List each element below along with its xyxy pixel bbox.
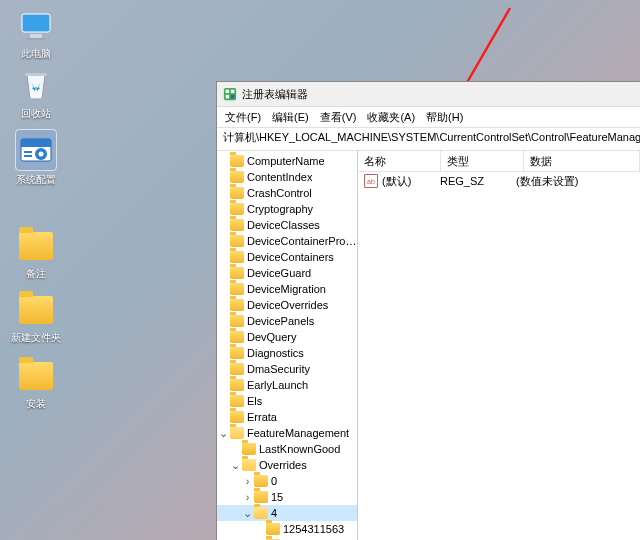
- tree-key[interactable]: DevQuery: [217, 329, 357, 345]
- menu-view[interactable]: 查看(V): [316, 109, 361, 126]
- tree-key[interactable]: ⌄Overrides: [217, 457, 357, 473]
- tree-key[interactable]: ⌄FeatureManagement: [217, 425, 357, 441]
- folder-icon: [230, 331, 244, 343]
- tree-key[interactable]: DeviceContainers: [217, 249, 357, 265]
- title-bar[interactable]: 注册表编辑器: [217, 82, 640, 107]
- tree-key[interactable]: 1254311563: [217, 521, 357, 537]
- desktop-icon-recycle-bin[interactable]: 回收站: [6, 68, 66, 121]
- address-bar[interactable]: 计算机\HKEY_LOCAL_MACHINE\SYSTEM\CurrentCon…: [217, 128, 640, 151]
- icon-label: 新建文件夹: [6, 331, 66, 345]
- tree-key[interactable]: DevicePanels: [217, 313, 357, 329]
- folder-icon: [230, 363, 244, 375]
- tree-key[interactable]: Els: [217, 393, 357, 409]
- tree-key-label: 0: [271, 475, 277, 487]
- tree-key[interactable]: CrashControl: [217, 185, 357, 201]
- tree-key[interactable]: DeviceMigration: [217, 281, 357, 297]
- svg-rect-13: [231, 90, 235, 94]
- value-row[interactable]: ab(默认) REG_SZ (数值未设置): [358, 172, 640, 190]
- tree-key[interactable]: ContentIndex: [217, 169, 357, 185]
- value-list[interactable]: 名称 类型 数据 ab(默认) REG_SZ (数值未设置): [358, 151, 640, 540]
- tree-key[interactable]: DmaSecurity: [217, 361, 357, 377]
- tree-key-label: ContentIndex: [247, 171, 312, 183]
- window-title: 注册表编辑器: [242, 87, 308, 102]
- value-data: (数值未设置): [510, 174, 578, 189]
- tree-key-label: Cryptography: [247, 203, 313, 215]
- tree-key-label: DeviceContainerPropertyUpda: [247, 235, 357, 247]
- chevron-right-icon[interactable]: ›: [241, 491, 254, 503]
- icon-label: 备注: [6, 267, 66, 281]
- tree-key[interactable]: ComputerName: [217, 153, 357, 169]
- tree-key-label: EarlyLaunch: [247, 379, 308, 391]
- desktop-icon-pc[interactable]: 此电脑: [6, 8, 66, 61]
- tree-key[interactable]: Errata: [217, 409, 357, 425]
- tree-key[interactable]: DeviceOverrides: [217, 297, 357, 313]
- menu-file[interactable]: 文件(F): [221, 109, 265, 126]
- value-name: (默认): [382, 174, 411, 189]
- col-name[interactable]: 名称: [358, 151, 441, 171]
- tree-key[interactable]: DeviceGuard: [217, 265, 357, 281]
- folder-icon: [230, 395, 244, 407]
- tree-key[interactable]: ⌄4: [217, 505, 357, 521]
- tree-key-label: DeviceGuard: [247, 267, 311, 279]
- menu-favorites[interactable]: 收藏夹(A): [363, 109, 419, 126]
- menu-bar: 文件(F) 编辑(E) 查看(V) 收藏夹(A) 帮助(H): [217, 107, 640, 128]
- tree-key[interactable]: ›15: [217, 489, 357, 505]
- chevron-right-icon[interactable]: ›: [241, 475, 254, 487]
- desktop-icon-folder-2[interactable]: 新建文件夹: [6, 292, 66, 345]
- folder-icon: [242, 443, 256, 455]
- tree-key-label: Els: [247, 395, 262, 407]
- folder-icon: [230, 315, 244, 327]
- value-type: REG_SZ: [434, 175, 510, 187]
- string-value-icon: ab: [364, 174, 378, 188]
- svg-point-7: [39, 152, 44, 157]
- icon-label: 回收站: [6, 107, 66, 121]
- desktop: 此电脑 回收站 系统配置 备注 新建文件夹 安装 注册表编辑器 文件(F) 编辑…: [0, 0, 640, 540]
- chevron-down-icon[interactable]: ⌄: [229, 459, 242, 472]
- tree-key[interactable]: DeviceContainerPropertyUpda: [217, 233, 357, 249]
- folder-icon: [254, 475, 268, 487]
- regedit-icon: [223, 87, 237, 101]
- folder-icon: [230, 235, 244, 247]
- tree-key-label: ComputerName: [247, 155, 325, 167]
- folder-icon: [230, 155, 244, 167]
- folder-icon: [230, 299, 244, 311]
- folder-icon: [254, 507, 268, 519]
- folder-icon: [242, 459, 256, 471]
- tree-key-label: DeviceMigration: [247, 283, 326, 295]
- tree-key[interactable]: EarlyLaunch: [217, 377, 357, 393]
- desktop-icon-sysconfig[interactable]: 系统配置: [6, 130, 66, 187]
- svg-rect-1: [30, 34, 42, 38]
- tree-key-label: 4: [271, 507, 277, 519]
- folder-icon: [230, 219, 244, 231]
- folder-icon: [230, 427, 244, 439]
- col-type[interactable]: 类型: [441, 151, 524, 171]
- key-tree[interactable]: ComputerNameContentIndexCrashControlCryp…: [217, 151, 358, 540]
- chevron-down-icon[interactable]: ⌄: [241, 507, 254, 520]
- regedit-window: 注册表编辑器 文件(F) 编辑(E) 查看(V) 收藏夹(A) 帮助(H) 计算…: [216, 81, 640, 540]
- tree-key-label: DmaSecurity: [247, 363, 310, 375]
- menu-edit[interactable]: 编辑(E): [268, 109, 313, 126]
- desktop-icon-folder-1[interactable]: 备注: [6, 228, 66, 281]
- tree-key[interactable]: LastKnownGood: [217, 441, 357, 457]
- col-data[interactable]: 数据: [524, 151, 640, 171]
- tree-key-label: Errata: [247, 411, 277, 423]
- icon-label: 此电脑: [6, 47, 66, 61]
- list-header: 名称 类型 数据: [358, 151, 640, 172]
- menu-help[interactable]: 帮助(H): [422, 109, 467, 126]
- icon-label: 系统配置: [6, 173, 66, 187]
- tree-key[interactable]: ›0: [217, 473, 357, 489]
- tree-key[interactable]: DeviceClasses: [217, 217, 357, 233]
- folder-icon: [230, 203, 244, 215]
- svg-rect-3: [25, 73, 47, 76]
- tree-key-label: DeviceOverrides: [247, 299, 328, 311]
- svg-rect-0: [22, 14, 50, 32]
- svg-rect-14: [226, 95, 230, 99]
- tree-key[interactable]: Diagnostics: [217, 345, 357, 361]
- svg-rect-12: [226, 90, 230, 94]
- desktop-icon-folder-3[interactable]: 安装: [6, 358, 66, 411]
- chevron-down-icon[interactable]: ⌄: [217, 427, 230, 440]
- icon-label: 安装: [6, 397, 66, 411]
- tree-key-label: FeatureManagement: [247, 427, 349, 439]
- folder-icon: [254, 491, 268, 503]
- tree-key[interactable]: Cryptography: [217, 201, 357, 217]
